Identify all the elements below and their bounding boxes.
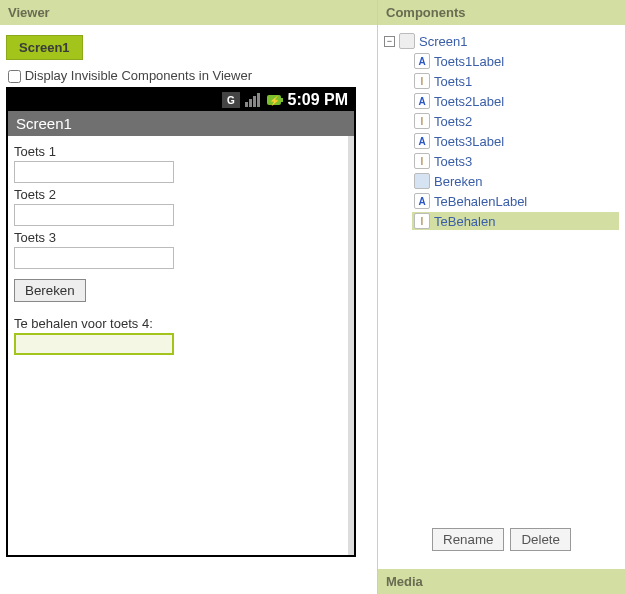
- toets3-input[interactable]: [14, 247, 174, 269]
- tree-root-label: Screen1: [419, 34, 467, 49]
- components-header: Components: [378, 0, 625, 25]
- label-icon: A: [414, 93, 430, 109]
- tree-item-toets1[interactable]: IToets1: [412, 72, 619, 90]
- tree-item-label: Toets1: [434, 74, 472, 89]
- label-icon: A: [414, 193, 430, 209]
- tree-item-toets2label[interactable]: AToets2Label: [412, 92, 619, 110]
- text-icon: I: [414, 73, 430, 89]
- tree-item-toets3label[interactable]: AToets3Label: [412, 132, 619, 150]
- battery-icon: ⚡: [266, 92, 284, 108]
- phone-frame: G ⚡ 5:09 PM Screen1 Toets 1 Toets 2 Toet…: [6, 87, 356, 557]
- svg-rect-2: [245, 102, 248, 107]
- tree-item-label: TeBehalen: [434, 214, 495, 229]
- tree-item-label: Toets3: [434, 154, 472, 169]
- phone-statusbar: G ⚡ 5:09 PM: [8, 89, 354, 111]
- tebehalen-input[interactable]: [14, 333, 174, 355]
- tree-item-label: Toets3Label: [434, 134, 504, 149]
- label-icon: A: [414, 133, 430, 149]
- tree-item-tebehalenlabel[interactable]: ATeBehalenLabel: [412, 192, 619, 210]
- phone-title: Screen1: [8, 111, 354, 136]
- toets1-label: Toets 1: [14, 144, 342, 159]
- toets3-label: Toets 3: [14, 230, 342, 245]
- tree-item-toets2[interactable]: IToets2: [412, 112, 619, 130]
- media-header: Media: [378, 569, 625, 594]
- phone-content: Toets 1 Toets 2 Toets 3 Bereken Te behal…: [8, 136, 354, 555]
- svg-rect-7: [281, 98, 283, 102]
- components-tree: − Screen1 AToets1LabelIToets1AToets2Labe…: [384, 33, 619, 522]
- label-icon: A: [414, 53, 430, 69]
- tree-item-label: Bereken: [434, 174, 482, 189]
- delete-button[interactable]: Delete: [510, 528, 571, 551]
- bereken-button[interactable]: Bereken: [14, 279, 86, 302]
- viewer-panel: Viewer Screen1 Display Invisible Compone…: [0, 0, 378, 594]
- rename-button[interactable]: Rename: [432, 528, 504, 551]
- text-icon: I: [414, 113, 430, 129]
- signal-icon: [244, 92, 262, 108]
- svg-rect-5: [257, 93, 260, 107]
- tree-item-tebehalen[interactable]: ITeBehalen: [412, 212, 619, 230]
- toets1-input[interactable]: [14, 161, 174, 183]
- components-panel: Components − Screen1 AToets1LabelIToets1…: [378, 0, 625, 594]
- tree-root-item[interactable]: − Screen1: [384, 33, 619, 49]
- statusbar-time: 5:09 PM: [288, 91, 348, 109]
- viewer-header: Viewer: [0, 0, 377, 25]
- svg-rect-4: [253, 96, 256, 107]
- text-icon: I: [414, 153, 430, 169]
- svg-text:⚡: ⚡: [268, 95, 280, 107]
- screen-tab[interactable]: Screen1: [6, 35, 83, 60]
- toets2-label: Toets 2: [14, 187, 342, 202]
- toets2-input[interactable]: [14, 204, 174, 226]
- svg-text:G: G: [227, 95, 235, 106]
- network-g-icon: G: [222, 92, 240, 108]
- tebehalen-label: Te behalen voor toets 4:: [14, 316, 342, 331]
- screen-icon: [399, 33, 415, 49]
- svg-rect-3: [249, 99, 252, 107]
- tree-item-label: TeBehalenLabel: [434, 194, 527, 209]
- text-icon: I: [414, 213, 430, 229]
- display-invisible-checkbox[interactable]: [8, 70, 21, 83]
- tree-item-bereken[interactable]: Bereken: [412, 172, 619, 190]
- tree-item-label: Toets2: [434, 114, 472, 129]
- collapse-icon[interactable]: −: [384, 36, 395, 47]
- tree-item-toets1label[interactable]: AToets1Label: [412, 52, 619, 70]
- tree-item-label: Toets2Label: [434, 94, 504, 109]
- tree-item-label: Toets1Label: [434, 54, 504, 69]
- button-icon: [414, 173, 430, 189]
- tree-item-toets3[interactable]: IToets3: [412, 152, 619, 170]
- display-invisible-label: Display Invisible Components in Viewer: [25, 68, 252, 83]
